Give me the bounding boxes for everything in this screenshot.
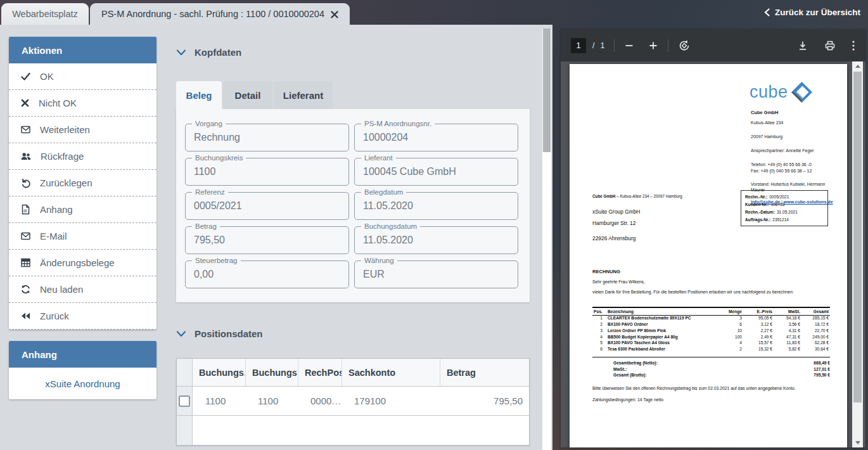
tab-beleg[interactable]: Beleg: [176, 81, 222, 109]
field-vorgang[interactable]: Vorgang Rechnung: [185, 124, 349, 151]
info-value: 0005/2021: [769, 195, 789, 199]
col-header-betrag[interactable]: Betrag: [440, 359, 529, 386]
page-number-input[interactable]: 1: [571, 38, 586, 53]
positionsdaten-section-header[interactable]: Positionsdaten: [176, 328, 263, 339]
inv-col-pos: Pos.: [592, 307, 606, 315]
pdf-viewport: cube Cube GmbH Kubus-Allee 234 20097 Ham…: [561, 61, 865, 447]
kopfdaten-section-header[interactable]: Kopfdaten: [176, 47, 241, 58]
action-label: Änderungsbelege: [40, 257, 115, 268]
action-weiterleiten[interactable]: Weiterleiten: [9, 117, 156, 143]
zoom-out-button[interactable]: [624, 41, 634, 51]
content-scrollbar[interactable]: [542, 29, 551, 450]
field-psm-anordnungsnr[interactable]: PS-M Anordnungsnr. 10000204: [354, 124, 518, 151]
print-button[interactable]: [824, 40, 836, 51]
supplier-street: Kubus-Allee 234: [751, 120, 838, 125]
field-buchungskreis[interactable]: Buchungskreis 1100: [185, 158, 349, 186]
rotate-icon: [678, 39, 691, 52]
download-icon: [797, 40, 808, 51]
back-to-overview-link[interactable]: Zurück zur Übersicht: [764, 0, 860, 25]
field-label: Währung: [361, 257, 397, 265]
pdf-scrollbar-thumb[interactable]: [853, 72, 862, 402]
kebab-menu-icon: [852, 40, 855, 51]
close-icon[interactable]: [331, 11, 338, 18]
action-zuruecklegen[interactable]: Zurücklegen: [9, 170, 156, 196]
field-steuerbetrag[interactable]: Steuerbetrag 0,00: [185, 260, 349, 288]
total-label: Gesamt (Brutto):: [613, 372, 646, 378]
cell-buchungs-2: 1100: [245, 387, 298, 415]
tab-label: PS-M Anordnung - sachl. Prüfung : 1100 /…: [101, 9, 324, 19]
recipient-street: Hamburger Str. 12: [592, 220, 640, 226]
envelope-icon: [20, 124, 31, 135]
download-button[interactable]: [797, 40, 808, 51]
action-zurueck[interactable]: Zurück: [9, 303, 156, 330]
users-icon: [20, 151, 32, 162]
field-belegdatum[interactable]: Belegdatum 11.05.2020: [354, 192, 518, 220]
recipient-city: 22926 Ahrensburg: [592, 235, 640, 241]
actions-panel-header: Aktionen: [9, 37, 156, 63]
more-options-button[interactable]: [852, 40, 855, 51]
field-betrag[interactable]: Betrag 795,50: [185, 226, 349, 254]
zoom-in-button[interactable]: [648, 41, 658, 51]
invoice-item-row: 3Lerzen Ordner PP 80mm Pink102,27 €4,31 …: [592, 328, 830, 334]
tab-detail[interactable]: Detail: [223, 81, 272, 109]
sidebar: Aktionen OK Nicht OK Weiterleiten Rückfr…: [9, 37, 156, 399]
action-label: E-Mail: [40, 231, 67, 241]
field-buchungsdatum[interactable]: Buchungsdatum 11.05.2020: [354, 226, 518, 254]
row-gutter: [177, 387, 193, 415]
col-header-buchungs-2[interactable]: Buchungs…: [245, 359, 298, 386]
header-gutter: [177, 359, 193, 386]
col-header-buchungs-1[interactable]: Buchungs…: [193, 359, 245, 386]
action-rueckfrage[interactable]: Rückfrage: [9, 143, 156, 170]
tab-webarbeitsplatz[interactable]: Webarbeitsplatz: [1, 3, 89, 25]
file-pdf-icon: [20, 204, 31, 215]
field-waehrung[interactable]: Währung EUR: [354, 260, 518, 288]
invoice-payment-note: Bitte überweisen Sie den offenen Rechnun…: [592, 386, 796, 390]
backward-icon: [20, 311, 31, 321]
action-label: Zurücklegen: [40, 177, 93, 188]
field-label: Steuerbetrag: [192, 257, 241, 265]
section-title: Kopfdaten: [195, 47, 241, 58]
envelope-icon: [20, 231, 31, 241]
tab-document[interactable]: PS-M Anordnung - sachl. Prüfung : 1100 /…: [90, 3, 350, 25]
undo-icon: [20, 177, 31, 188]
table-row[interactable]: 1100 1100 0000… 179100 795,50: [177, 387, 529, 416]
col-header-rechpos[interactable]: RechPos: [298, 359, 341, 386]
action-neu-laden[interactable]: Neu laden: [9, 276, 156, 303]
pdf-viewer-panel: 1 / 1 cube: [561, 29, 865, 447]
row-checkbox[interactable]: [179, 395, 190, 407]
action-anhang[interactable]: Anhang: [9, 196, 156, 223]
tab-lieferant[interactable]: Lieferant: [274, 81, 333, 109]
field-referenz[interactable]: Referenz 0005/2021: [185, 192, 349, 220]
action-email[interactable]: E-Mail: [9, 223, 156, 250]
action-ok[interactable]: OK: [9, 63, 156, 90]
invoice-item-row: 5BX100 PAVO Taschen A4 Gloss415,57 €11,8…: [592, 340, 830, 347]
attachment-panel: Anhang xSuite Anordnung: [9, 341, 156, 399]
scroll-down-arrow[interactable]: [852, 438, 863, 447]
supplier-name: Cube GmbH: [751, 110, 838, 115]
positions-table-header: Buchungs… Buchungs… RechPos Sachkonto Be…: [177, 359, 529, 387]
attachment-link-xsuite-anordnung[interactable]: xSuite Anordnung: [45, 378, 120, 389]
invoice-item-row: 6Tesa 6300 Packband Abroller215,32 €5,82…: [592, 346, 830, 352]
rotate-button[interactable]: [678, 39, 691, 52]
info-label: Kunden Nr.:: [745, 202, 769, 207]
field-label: Lieferant: [361, 154, 396, 162]
action-aenderungsbelege[interactable]: Änderungsbelege: [9, 250, 156, 276]
scroll-up-arrow[interactable]: [852, 61, 863, 71]
info-value: 31.05.2021: [777, 210, 798, 214]
row-gutter: [177, 416, 193, 445]
sender-name: Cube GmbH: [592, 194, 615, 198]
col-header-sachkonto[interactable]: Sachkonto: [341, 359, 440, 386]
action-nicht-ok[interactable]: Nicht OK: [9, 90, 156, 117]
info-value: 108788: [770, 202, 784, 207]
field-label: Referenz: [192, 188, 228, 196]
cube-logo-icon: [791, 82, 812, 103]
scrollbar-thumb[interactable]: [543, 29, 551, 152]
field-label: Betrag: [192, 222, 220, 231]
supplier-city: 20097 Hamburg: [751, 134, 838, 139]
field-label: Buchungskreis: [192, 154, 246, 162]
pdf-scrollbar[interactable]: [852, 61, 863, 447]
total-value: 668,49 €: [814, 360, 830, 366]
invoice-document: cube Cube GmbH Kubus-Allee 234 20097 Ham…: [570, 64, 847, 447]
field-lieferant[interactable]: Lieferant 100045 Cube GmbH: [354, 158, 518, 186]
invoice-payment-terms: Zahlungsbedingungen: 14 Tage netto: [592, 397, 663, 402]
